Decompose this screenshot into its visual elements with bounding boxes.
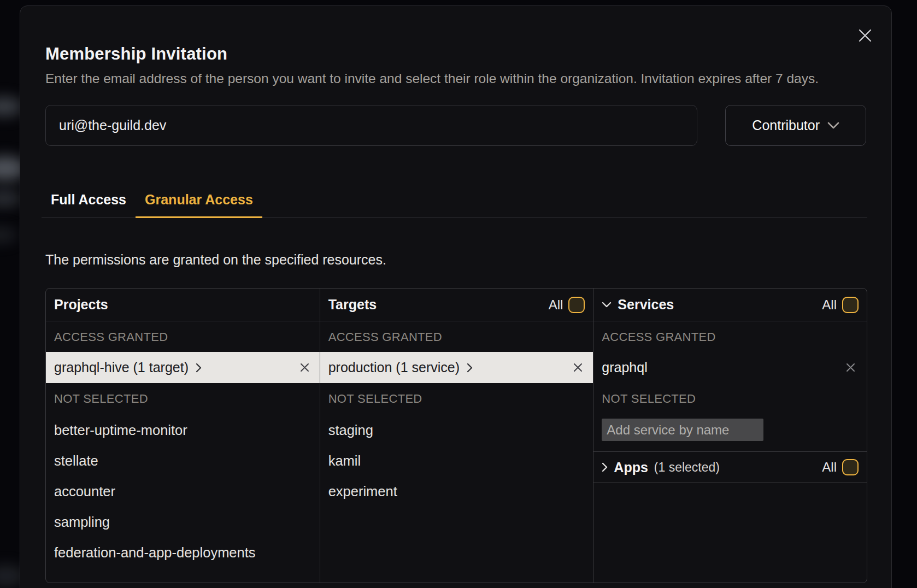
- apps-all-checkbox[interactable]: [842, 459, 859, 475]
- apps-all-wrap: All: [822, 459, 859, 475]
- add-service-input[interactable]: [602, 419, 763, 441]
- selected-project-row[interactable]: graphql-hive (1 target): [46, 352, 320, 383]
- selected-project-label: graphql-hive (1 target): [54, 360, 189, 375]
- chevron-right-icon: [602, 462, 608, 472]
- close-button[interactable]: [856, 27, 874, 44]
- not-selected-label: NOT SELECTED: [46, 391, 320, 407]
- role-select-value: Contributor: [752, 117, 820, 133]
- chevron-right-icon: [196, 363, 202, 373]
- resources-table: Projects ACCESS GRANTED graphql-hive (1 …: [45, 288, 867, 583]
- access-granted-label: ACCESS GRANTED: [46, 330, 320, 345]
- services-header[interactable]: Services All: [593, 289, 867, 321]
- services-all-label: All: [822, 297, 837, 313]
- targets-all-checkbox[interactable]: [568, 297, 585, 313]
- list-item[interactable]: accounter: [46, 476, 320, 507]
- role-select[interactable]: Contributor: [725, 105, 866, 146]
- access-tabs: Full Access Granular Access: [42, 192, 867, 218]
- remove-project-button[interactable]: [300, 363, 309, 372]
- apps-selected-count: (1 selected): [654, 460, 720, 475]
- list-item[interactable]: better-uptime-monitor: [46, 415, 320, 445]
- access-granted-label: ACCESS GRANTED: [593, 330, 867, 345]
- targets-all-wrap: All: [549, 297, 585, 313]
- apps-title: Apps: [614, 460, 648, 475]
- services-header-label: Services: [618, 297, 674, 313]
- projects-header-label: Projects: [54, 297, 108, 313]
- targets-not-selected-list: staging kamil experiment: [320, 415, 593, 507]
- remove-service-button[interactable]: [846, 363, 855, 372]
- page-title: Membership Invitation: [45, 44, 866, 64]
- targets-column: Targets All ACCESS GRANTED production (1…: [320, 289, 593, 583]
- backdrop-blur-artifact: [0, 227, 17, 243]
- not-selected-label: NOT SELECTED: [593, 391, 867, 407]
- services-all-checkbox[interactable]: [842, 297, 859, 313]
- permissions-note: The permissions are granted on the speci…: [45, 252, 866, 268]
- selected-target-row[interactable]: production (1 service): [320, 352, 593, 383]
- services-column: Services All ACCESS GRANTED graphql NOT …: [593, 289, 867, 583]
- x-icon: [846, 363, 855, 372]
- apps-all-label: All: [822, 460, 837, 475]
- close-icon: [858, 28, 872, 43]
- apps-row[interactable]: Apps (1 selected) All: [593, 451, 867, 483]
- list-item[interactable]: federation-and-app-deployments: [46, 537, 320, 568]
- backdrop-blur-artifact: [0, 190, 22, 207]
- projects-header: Projects: [46, 289, 320, 321]
- selected-target-label: production (1 service): [328, 360, 460, 375]
- membership-invitation-modal: Membership Invitation Enter the email ad…: [20, 5, 892, 588]
- chevron-down-icon: [827, 122, 839, 129]
- x-icon: [573, 363, 583, 372]
- x-icon: [300, 363, 309, 372]
- list-item[interactable]: stellate: [46, 445, 320, 476]
- services-all-wrap: All: [822, 297, 859, 313]
- targets-header-label: Targets: [328, 297, 377, 313]
- targets-all-label: All: [549, 297, 563, 313]
- granted-service-label: graphql: [602, 360, 647, 375]
- list-item[interactable]: staging: [320, 415, 593, 445]
- modal-description: Enter the email address of the person yo…: [45, 69, 824, 88]
- list-item[interactable]: experiment: [320, 476, 593, 507]
- chevron-down-icon: [602, 302, 612, 308]
- projects-column: Projects ACCESS GRANTED graphql-hive (1 …: [46, 289, 320, 583]
- invite-row: Contributor: [45, 105, 866, 146]
- granted-service-row: graphql: [593, 352, 867, 383]
- remove-target-button[interactable]: [573, 363, 583, 372]
- tab-granular-access[interactable]: Granular Access: [136, 192, 262, 218]
- chevron-right-icon: [467, 363, 473, 373]
- access-granted-label: ACCESS GRANTED: [320, 330, 593, 345]
- not-selected-label: NOT SELECTED: [320, 391, 593, 407]
- email-field[interactable]: [45, 105, 697, 146]
- targets-header: Targets All: [320, 289, 593, 321]
- tab-full-access[interactable]: Full Access: [42, 192, 136, 218]
- projects-not-selected-list: better-uptime-monitor stellate accounter…: [46, 415, 320, 568]
- list-item[interactable]: sampling: [46, 507, 320, 537]
- list-item[interactable]: kamil: [320, 445, 593, 476]
